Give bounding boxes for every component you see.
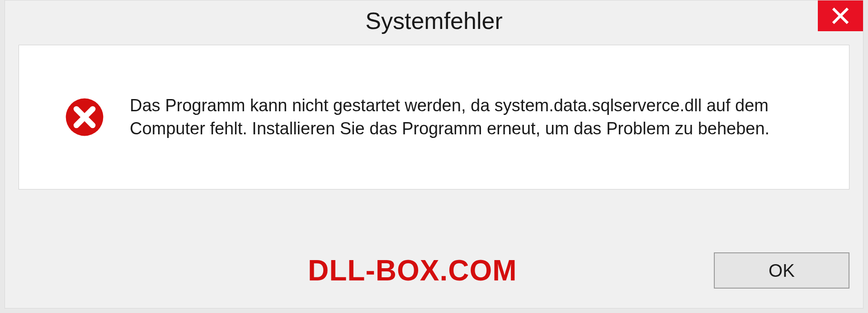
title-bar: Systemfehler <box>5 0 863 41</box>
watermark-text: DLL-BOX.COM <box>308 254 517 287</box>
close-button[interactable] <box>818 0 863 31</box>
ok-button[interactable]: OK <box>714 252 849 289</box>
close-icon <box>831 7 849 25</box>
error-message: Das Programm kann nicht gestartet werden… <box>130 94 822 141</box>
error-dialog: Systemfehler Das Programm kann nicht ges… <box>5 0 863 308</box>
dialog-title: Systemfehler <box>365 7 502 34</box>
dialog-footer: DLL-BOX.COM OK <box>19 246 849 295</box>
content-panel: Das Programm kann nicht gestartet werden… <box>19 45 849 190</box>
error-icon <box>64 97 105 138</box>
